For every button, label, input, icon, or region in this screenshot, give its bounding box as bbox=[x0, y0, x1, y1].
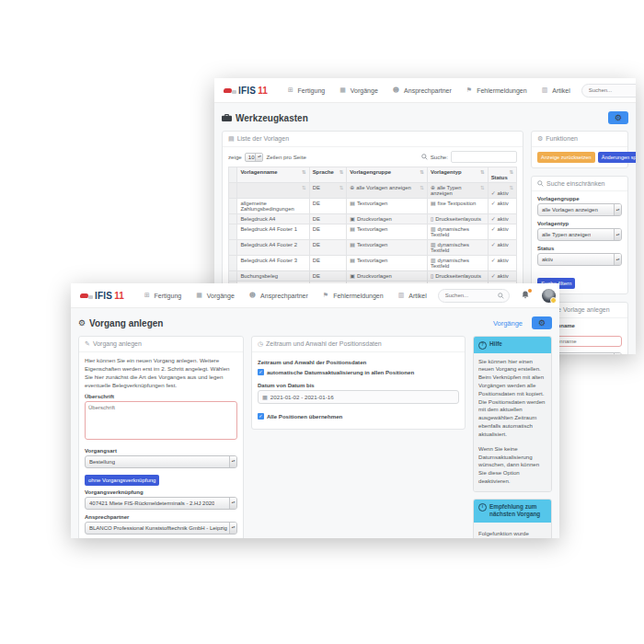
brand-mark2-icon bbox=[232, 90, 236, 94]
filter-cell[interactable]: ⇅ bbox=[237, 183, 309, 199]
table-header-cell bbox=[229, 167, 237, 183]
filter-select-vorlagengruppe[interactable]: alle Vorlagen anzeigen▴▾ bbox=[537, 203, 622, 216]
stepper-icon: ▴▾ bbox=[614, 229, 621, 240]
table-row[interactable]: Belegdruck A4 Footer 1DE▤Textvorlagen▥dy… bbox=[229, 224, 517, 240]
pencil-icon: ✎ bbox=[85, 340, 90, 348]
filter-cell[interactable]: ⇅⊕alle Typen anzeigen bbox=[427, 183, 488, 199]
process-link-select[interactable]: 407421 Miete FIS-Rückmeldeterminals - 2.… bbox=[85, 497, 237, 510]
check-icon: ✓ bbox=[491, 273, 496, 279]
app-logo[interactable]: IFIS11 bbox=[224, 86, 268, 96]
nav-item-fertigung[interactable]: ⊞Fertigung bbox=[144, 292, 181, 299]
table-row[interactable]: Belegdruck A4 Footer 2DE▤Textvorlagen▥dy… bbox=[229, 240, 517, 256]
filter-select-vorlagentyp[interactable]: alle Typen anzeigen▴▾ bbox=[537, 228, 622, 241]
flag-icon: ⚑ bbox=[466, 86, 472, 94]
textfield-icon: ▥ bbox=[431, 226, 436, 232]
search-icon bbox=[498, 293, 504, 299]
vorgaenge-link[interactable]: Vorgänge bbox=[493, 319, 523, 328]
table-row[interactable]: BuchungsbelegDE▣Druckvorlagen▯Druckseite… bbox=[229, 271, 517, 282]
filter-cell[interactable]: ⇅⊕alle Vorlagen anzeigen bbox=[347, 183, 428, 199]
table-search-input[interactable] bbox=[451, 151, 517, 163]
column-header-vorlagentyp[interactable]: ⇅Vorlagentyp bbox=[427, 167, 488, 183]
page-settings-button[interactable]: ⚙ bbox=[532, 316, 552, 329]
period-card: ◷Zeitraum und Anwahl der Positionsdaten … bbox=[251, 336, 466, 430]
cell-status: ✓aktiv bbox=[488, 199, 516, 214]
all-positions-checkbox[interactable]: ✓ bbox=[258, 413, 264, 420]
notification-dot bbox=[528, 289, 532, 293]
reset-view-button[interactable]: Anzeige zurücksetzen bbox=[537, 152, 595, 163]
column-header-vorlagenname[interactable]: ⇅Vorlagenname bbox=[237, 167, 309, 183]
cell-vorlagengruppe: ▤Textvorlagen bbox=[347, 256, 428, 271]
no-link-button[interactable]: ohne Vorgangsverknüpfung bbox=[85, 475, 159, 486]
sort-icon[interactable]: ⇅ bbox=[302, 169, 306, 175]
sort-icon: ⇅ bbox=[480, 185, 485, 190]
card-title: Funktionen bbox=[546, 135, 578, 142]
auto-update-label: automatische Datumsaktualisierung in all… bbox=[267, 369, 414, 376]
auto-update-checkbox[interactable]: ✓ bbox=[258, 369, 264, 375]
nav-item-artikel[interactable]: ▥Artikel bbox=[542, 86, 570, 94]
text-template-icon: ▤ bbox=[350, 226, 355, 232]
process-link-label: Vorgangsverknüpfung bbox=[85, 489, 237, 495]
printer-icon: ▣ bbox=[350, 216, 355, 222]
stepper-icon: ▴▾ bbox=[229, 456, 236, 467]
nav-item-fehlermeldungen[interactable]: ⚑Fehlermeldungen bbox=[466, 86, 527, 94]
sort-icon[interactable]: ⇅ bbox=[339, 169, 344, 175]
sort-icon[interactable]: ⇅ bbox=[420, 169, 424, 175]
page-settings-button[interactable]: ⚙ bbox=[608, 111, 628, 124]
filter-cell[interactable]: ⇅✓aktiv bbox=[488, 183, 516, 199]
nav-item-label: Ansprechpartner bbox=[260, 293, 308, 299]
save-changes-button[interactable]: Änderungen speichern bbox=[598, 152, 636, 163]
row-handle-cell bbox=[229, 240, 237, 256]
filter-field-label-vorlagengruppe: Vorlagengruppe bbox=[537, 196, 622, 201]
column-header-vorlagengruppe[interactable]: ⇅Vorlagengruppe bbox=[347, 167, 428, 183]
notifications-bell[interactable] bbox=[521, 290, 531, 301]
nav-item-vorg-nge[interactable]: ▦Vorgänge bbox=[196, 292, 235, 299]
process-type-select[interactable]: Bestellung▴▾ bbox=[85, 455, 237, 468]
page-title: Werkzeugkasten bbox=[236, 113, 308, 123]
nav-item-label: Fehlermeldungen bbox=[333, 293, 383, 299]
heading-textarea[interactable] bbox=[85, 401, 237, 440]
column-header-status[interactable]: ⇅Status bbox=[488, 167, 516, 183]
brand-name: IFIS bbox=[95, 291, 112, 301]
global-search-input[interactable] bbox=[587, 86, 636, 94]
nav-item-vorg-nge[interactable]: ▦Vorgänge bbox=[339, 86, 378, 94]
nav-item-artikel[interactable]: ▥Artikel bbox=[398, 292, 427, 299]
nav-item-ansprechpartner[interactable]: ☻Ansprechpartner bbox=[393, 86, 452, 94]
global-search[interactable] bbox=[438, 289, 510, 303]
page-size-select[interactable]: 10▴▾ bbox=[245, 153, 264, 162]
filter-select-status[interactable]: aktiv▴▾ bbox=[537, 253, 622, 266]
cell-vorlagentyp: ▥dynamisches Textfeld bbox=[427, 224, 488, 240]
table-row[interactable]: Belegdruck A4DE▣Druckvorlagen▯Druckseite… bbox=[229, 214, 517, 224]
row-handle-cell bbox=[229, 256, 237, 271]
cell-sprache: DE bbox=[309, 224, 347, 240]
date-range-input[interactable]: ▦ 2021-01-02 - 2021-01-16 bbox=[258, 390, 459, 404]
sort-icon: ⇅ bbox=[302, 185, 306, 190]
nav-item-ansprechpartner[interactable]: ☻Ansprechpartner bbox=[249, 292, 308, 299]
text-position-icon: ▤ bbox=[431, 201, 436, 206]
page-size-prefix: zeige bbox=[228, 154, 242, 160]
nav-item-fertigung[interactable]: ⊞Fertigung bbox=[288, 86, 325, 94]
global-search[interactable] bbox=[581, 84, 636, 98]
briefcase-icon bbox=[222, 113, 232, 122]
cell-vorlagentyp: ▤fixe Textposition bbox=[427, 199, 488, 214]
contact-label: Ansprechpartner bbox=[85, 514, 237, 520]
table-row[interactable]: Belegdruck A4 Footer 3DE▤Textvorlagen▥dy… bbox=[229, 256, 517, 271]
page-layout-icon: ▯ bbox=[431, 216, 433, 222]
user-avatar[interactable] bbox=[542, 289, 556, 303]
global-search-input[interactable] bbox=[443, 292, 495, 299]
select-value: aktiv bbox=[542, 257, 553, 262]
printer-icon: ▣ bbox=[350, 273, 355, 279]
column-header-sprache[interactable]: ⇅Sprache bbox=[309, 167, 347, 183]
sort-icon[interactable]: ⇅ bbox=[509, 169, 513, 175]
select-value: alle Vorlagen anzeigen bbox=[542, 207, 598, 213]
row-handle-cell bbox=[229, 224, 237, 240]
table-row[interactable]: allgemeine ZahlungsbedingungenDE▤Textvor… bbox=[229, 199, 517, 214]
textfield-icon: ▥ bbox=[431, 242, 436, 247]
sort-icon[interactable]: ⇅ bbox=[480, 169, 485, 175]
contact-select[interactable]: BLANCO Professional Kunststofftechnik Gm… bbox=[85, 522, 237, 535]
nav-item-fehlermeldungen[interactable]: ⚑Fehlermeldungen bbox=[323, 292, 384, 299]
check-icon: ✓ bbox=[491, 201, 496, 206]
card-title: Vorgang anlegen bbox=[93, 340, 142, 347]
app-logo[interactable]: IFIS11 bbox=[80, 291, 124, 301]
stepper-icon: ▴▾ bbox=[229, 498, 236, 509]
filter-cell[interactable]: ⇅DE bbox=[309, 183, 347, 199]
